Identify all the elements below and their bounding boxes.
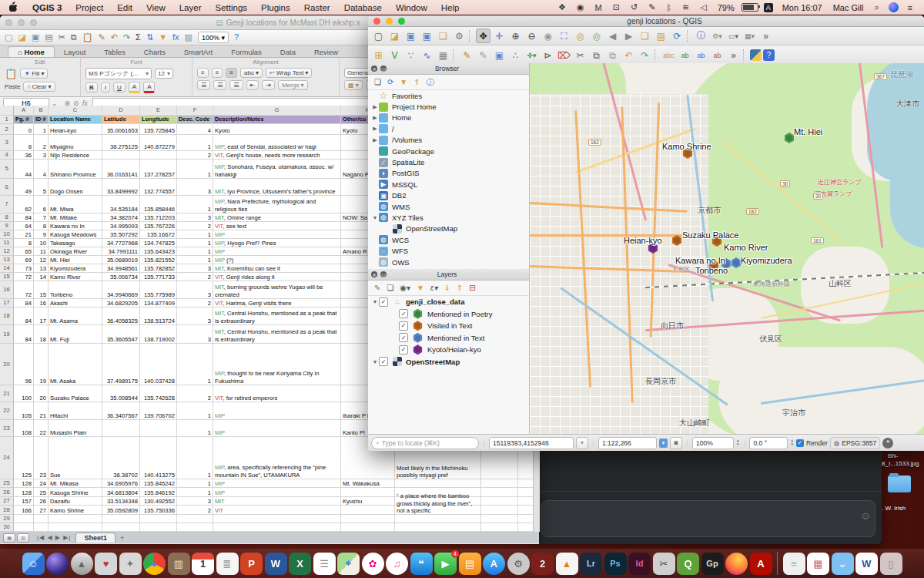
show-bookmarks-icon[interactable]: ▤: [654, 29, 668, 43]
cell-pg[interactable]: 125: [14, 437, 34, 479]
filter-legend-icon[interactable]: ▼: [417, 284, 424, 292]
indent-increase-button[interactable]: ⇥: [262, 80, 275, 90]
cell-longitude[interactable]: 135.775989: [140, 281, 177, 299]
render-checkbox[interactable]: ✓: [796, 439, 804, 447]
map-canvas[interactable]: 京都市大津市向日市伏見区長岡京市宇治市大山崎町山科区下京区東海道新幹線琵琶湖近江…: [530, 63, 924, 434]
row-number[interactable]: 30: [0, 523, 14, 532]
row-number[interactable]: 23: [0, 420, 14, 437]
cell-desc-code[interactable]: 3: [177, 213, 213, 222]
cell-empty[interactable]: [481, 479, 518, 488]
align-left-button[interactable]: ☰: [197, 80, 210, 90]
zoom-out-icon[interactable]: ⊖: [524, 29, 539, 43]
column-header[interactable]: Latitude: [102, 116, 140, 124]
dock-downloads-folder[interactable]: ⌄: [832, 553, 854, 575]
zoom-full-icon[interactable]: ⛶: [557, 29, 571, 43]
cell-location-name[interactable]: Sue: [49, 437, 102, 479]
dock-word-document[interactable]: W: [855, 553, 878, 575]
cell-notes[interactable]: MiP: [213, 402, 341, 420]
zoom-in-icon[interactable]: ⊕: [508, 29, 523, 43]
menu-item-qgis-3[interactable]: QGIS 3: [25, 3, 69, 12]
dock-qgis[interactable]: Q: [677, 553, 699, 575]
dock-photoshop[interactable]: Ps: [604, 553, 627, 575]
cell-pg[interactable]: 96: [14, 344, 34, 385]
vertex-tool-icon[interactable]: ⊳: [541, 48, 555, 62]
new-workbook-icon[interactable]: ▢: [5, 33, 12, 42]
cell-notes[interactable]: ViT, Genji's house, needs more research: [213, 151, 341, 160]
browser-item-db2[interactable]: ▣DB2: [368, 190, 529, 201]
column-header[interactable]: Pg. #: [14, 116, 34, 124]
cell-desc-code[interactable]: 2: [177, 299, 213, 307]
expander-icon[interactable]: ▼: [371, 215, 379, 220]
identify-features-icon[interactable]: ⓘ: [694, 29, 708, 43]
cell-longitude[interactable]: 140.037428: [140, 344, 177, 385]
row-number[interactable]: 22: [0, 402, 14, 420]
ribbon-tab-tables[interactable]: Tables: [95, 47, 134, 57]
cell-desc-code[interactable]: 1: [177, 230, 213, 239]
cell-latitude[interactable]: 35.507292: [102, 230, 140, 239]
cell-pg[interactable]: 8: [14, 239, 34, 247]
add-layer-icon[interactable]: ❏: [374, 78, 381, 86]
extents-icon[interactable]: ⌖: [576, 437, 588, 449]
cell-location-name[interactable]: Mt. Asama: [49, 307, 102, 325]
zoom-to-layer-icon[interactable]: ◎: [589, 29, 604, 43]
undo-icon[interactable]: ↶: [111, 33, 118, 42]
save-layer-edits-icon[interactable]: ▣: [492, 48, 507, 62]
cell-latitude[interactable]: 34.6829205: [102, 299, 140, 307]
cell-pg[interactable]: 72: [14, 273, 34, 281]
map-marker-txt[interactable]: [731, 257, 742, 268]
layer-labeling-icon[interactable]: abc: [661, 48, 676, 62]
dock-screenshot-app[interactable]: ✂: [653, 553, 675, 575]
adobe-cc-icon[interactable]: ◉: [571, 2, 590, 12]
dock-word[interactable]: W: [265, 553, 287, 575]
cell-empty[interactable]: [481, 497, 518, 506]
cell-notes[interactable]: ViT: [213, 506, 341, 515]
dock-acrobat[interactable]: A: [750, 553, 772, 575]
help-icon[interactable]: ?: [763, 49, 775, 61]
cell-desc-code[interactable]: 1: [177, 239, 213, 247]
cell-pg[interactable]: 166: [14, 506, 34, 515]
cell-notes[interactable]: MiP: [213, 479, 341, 488]
zoom-button[interactable]: [398, 18, 405, 25]
cell-notes[interactable]: MiT, Central Honshu, mentioned as a peak…: [213, 325, 341, 344]
row-number[interactable]: 3: [0, 135, 14, 151]
cell-pg[interactable]: 84: [14, 213, 34, 222]
layer-item-visited-in-text[interactable]: ✓Visited in Text: [368, 320, 529, 332]
copy-features-icon[interactable]: ⧉: [589, 48, 604, 62]
column-letter[interactable]: C: [49, 106, 102, 116]
column-header[interactable]: Description/Notes: [213, 116, 341, 124]
cell-id[interactable]: 19: [34, 344, 49, 385]
cell-location-name[interactable]: Toribeno: [49, 281, 102, 299]
cell-desc-code[interactable]: 2: [177, 151, 213, 160]
cell-id[interactable]: 17: [34, 307, 49, 325]
cell-id[interactable]: 4: [34, 160, 49, 179]
align-right-button[interactable]: ☰: [229, 80, 243, 90]
cell-empty[interactable]: [140, 523, 177, 532]
cell-location-name[interactable]: Kasuga Shrine: [49, 488, 102, 497]
collapse-all-icon[interactable]: ⇑: [413, 78, 420, 86]
cell-notes[interactable]: MiT, burning grounds wehre Yugao will be…: [213, 281, 341, 299]
layer-item-genji-close-data[interactable]: ▼✓∴genji_close_data: [368, 296, 529, 308]
cell-desc-code[interactable]: 4: [177, 124, 213, 135]
cell-location-name[interactable]: Hitachi: [49, 402, 102, 420]
dock-maps[interactable]: ⌖: [337, 553, 360, 575]
panel-float-icon[interactable]: ◲: [380, 271, 387, 277]
cell-latitude[interactable]: [102, 420, 140, 437]
cell-empty[interactable]: [140, 515, 177, 523]
ribbon-tab-home[interactable]: ⌂ Home: [8, 46, 55, 57]
cell-longitude[interactable]: 135.712203: [140, 213, 177, 222]
undo-icon[interactable]: ↶: [621, 48, 636, 62]
column-header[interactable]: Location Name: [49, 116, 102, 124]
column-letter[interactable]: E: [140, 106, 177, 116]
cell-location-name[interactable]: Dazaifu: [49, 497, 102, 506]
dock-contacts[interactable]: ▥: [168, 553, 190, 575]
siri-icon[interactable]: [889, 2, 899, 12]
autosum-icon[interactable]: Σ: [136, 33, 141, 42]
add-group-icon[interactable]: ❏: [387, 284, 393, 292]
menu-item-project[interactable]: Project: [69, 3, 110, 12]
merge-button[interactable]: Merge ▾: [278, 80, 308, 90]
cell-location-name[interactable]: Mt. Fuji: [49, 325, 102, 344]
browser-item-wcs[interactable]: ◍WCS: [368, 234, 529, 245]
paste-features-icon[interactable]: ⧉: [605, 48, 620, 62]
ribbon-tab-data[interactable]: Data: [271, 47, 305, 57]
cell-pg[interactable]: 65: [14, 247, 34, 256]
